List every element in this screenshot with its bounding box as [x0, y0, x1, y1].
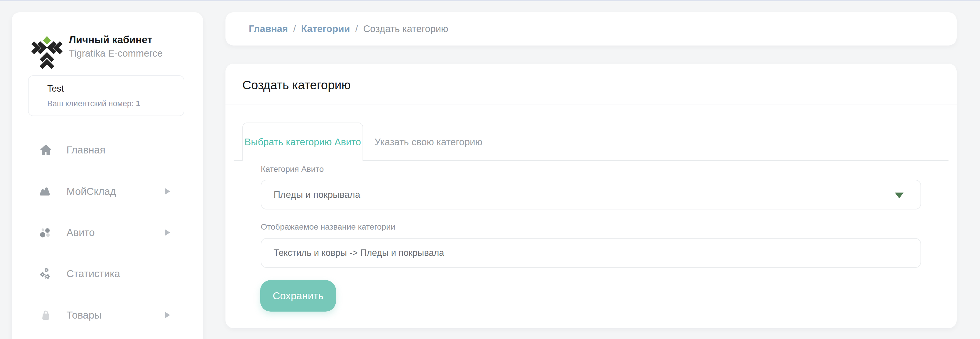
- sidebar-item-label: Главная: [67, 144, 105, 156]
- client-card: Test Ваш клиентский номер: 1: [28, 75, 185, 116]
- breadcrumb-current: Создать категорию: [363, 23, 448, 34]
- select-caret-down-icon: [895, 193, 904, 198]
- chevron-right-icon: [165, 229, 170, 236]
- display-name-input[interactable]: [261, 238, 921, 268]
- client-number-label: Ваш клиентский номер:: [47, 99, 134, 108]
- sidebar-item-label: Статистика: [67, 268, 120, 280]
- sidebar-item-statistics[interactable]: Статистика: [12, 259, 203, 288]
- sidebar: Личный кабинет Tigratika E-commerce Test…: [12, 12, 203, 339]
- brand-title: Личный кабинет: [69, 34, 152, 46]
- sidebar-item-label: Авито: [67, 227, 95, 238]
- sidebar-item-label: Товары: [67, 309, 102, 321]
- sidebar-item-label: МойСклад: [67, 186, 116, 197]
- sidebar-item-products[interactable]: Товары: [12, 301, 203, 329]
- sidebar-item-avito[interactable]: Авито: [12, 218, 203, 247]
- title-divider: [226, 104, 957, 105]
- window-top-edge: [0, 0, 980, 1]
- sidebar-item-moysklad[interactable]: МойСклад: [12, 177, 203, 205]
- sidebar-item-home[interactable]: Главная: [12, 136, 203, 164]
- warehouse-peaks-icon: [39, 185, 52, 198]
- avito-category-select[interactable]: Пледы и покрывала: [261, 180, 921, 210]
- page-title: Создать категорию: [242, 78, 351, 92]
- client-number-value: 1: [136, 99, 140, 108]
- shopping-bag-icon: [39, 308, 52, 322]
- breadcrumb-link-home[interactable]: Главная: [249, 23, 288, 34]
- gears-icon: [39, 267, 52, 280]
- avito-category-select-value: Пледы и покрывала: [274, 189, 360, 200]
- breadcrumb-link-categories[interactable]: Категории: [301, 23, 350, 34]
- category-tabs: Выбрать категорию Авито Указать свою кат…: [234, 123, 948, 161]
- brand-subtitle: Tigratika E-commerce: [69, 48, 163, 59]
- avito-category-label: Категория Авито: [261, 164, 324, 174]
- brand[interactable]: Личный кабинет Tigratika E-commerce: [30, 33, 187, 73]
- tab-custom-category[interactable]: Указать свою категорию: [363, 123, 494, 161]
- client-number: Ваш клиентский номер: 1: [47, 99, 140, 108]
- chevron-right-icon: [165, 312, 170, 318]
- tab-select-avito-category[interactable]: Выбрать категорию Авито: [242, 123, 363, 161]
- tigratika-logo-icon: [30, 35, 64, 69]
- create-category-card: Создать категорию Выбрать категорию Авит…: [226, 64, 957, 328]
- client-name: Test: [47, 83, 64, 94]
- breadcrumb-separator: /: [293, 23, 296, 34]
- save-button[interactable]: Сохранить: [260, 280, 336, 312]
- chevron-right-icon: [165, 188, 170, 194]
- breadcrumb: Главная / Категории / Создать категорию: [226, 12, 957, 46]
- avito-circles-icon: [39, 226, 52, 239]
- display-name-label: Отображаемое название категории: [261, 222, 395, 232]
- home-icon: [39, 143, 52, 157]
- breadcrumb-separator: /: [355, 23, 358, 34]
